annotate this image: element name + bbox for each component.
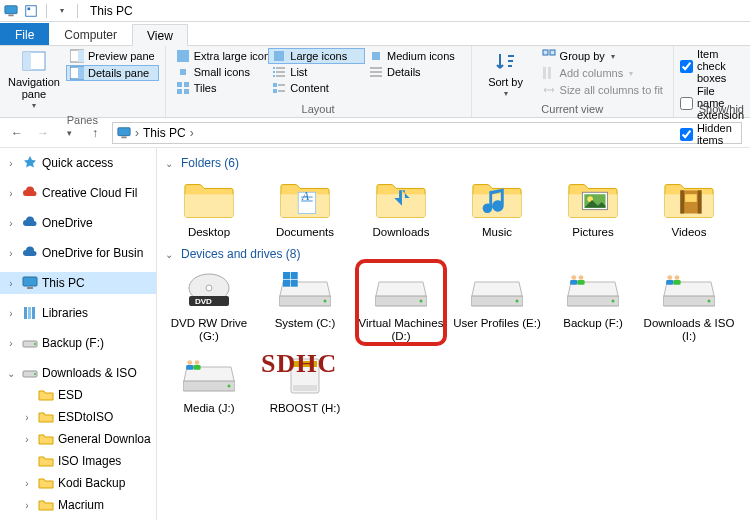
star-icon <box>22 155 38 171</box>
tree-caret[interactable]: › <box>20 434 34 445</box>
tree-item-gendl[interactable]: ›General Downloa <box>0 428 156 450</box>
ribbon: Navigation pane ▾ Preview pane Details p… <box>0 46 750 118</box>
tile-label: Music <box>482 226 512 239</box>
address-bar[interactable]: › This PC › <box>112 122 742 144</box>
svg-point-57 <box>206 285 212 291</box>
layout-details[interactable]: Details <box>365 64 462 80</box>
tree-caret[interactable]: › <box>20 412 34 423</box>
svg-rect-77 <box>293 361 317 367</box>
tree-item-esd[interactable]: ESD <box>0 384 156 406</box>
drive-tile-dli[interactable]: Downloads & ISO (I:) <box>641 263 737 347</box>
tree-caret[interactable]: › <box>4 158 18 169</box>
tab-view[interactable]: View <box>132 24 188 46</box>
navigation-pane-button[interactable]: Navigation pane ▾ <box>6 48 62 113</box>
svg-rect-54 <box>685 194 697 202</box>
drive-tile-bkf[interactable]: Backup (F:) <box>545 263 641 347</box>
folder-tile-pictures[interactable]: Pictures <box>545 172 641 243</box>
layout-extra-large-icons[interactable]: Extra large icons <box>172 48 269 64</box>
ribbon-group-label: Panes <box>6 113 159 128</box>
tree-item-kodibk[interactable]: ›Kodi Backup <box>0 472 156 494</box>
tree-item-odb[interactable]: ›OneDrive for Busin <box>0 242 156 264</box>
folder-icon <box>38 497 54 513</box>
drive-tile-rbh[interactable]: RBOOST (H:) <box>257 348 353 419</box>
tree-caret[interactable]: › <box>4 278 18 289</box>
svg-point-72 <box>187 360 192 365</box>
forward-button[interactable]: → <box>34 124 52 142</box>
chevron-down-icon[interactable]: ⌄ <box>163 249 175 260</box>
qat-properties-icon[interactable] <box>24 4 38 18</box>
tab-computer[interactable]: Computer <box>49 23 132 45</box>
tree-item-ccf[interactable]: ›Creative Cloud Fil <box>0 182 156 204</box>
tree-caret[interactable]: › <box>20 500 34 511</box>
layout-content[interactable]: Content <box>268 80 365 96</box>
chevron-down-icon[interactable]: ⌄ <box>163 158 175 169</box>
tree-caret[interactable]: › <box>4 338 18 349</box>
svg-rect-4 <box>26 5 37 16</box>
libs-icon <box>22 305 38 321</box>
svg-rect-22 <box>370 67 382 69</box>
tree-caret[interactable]: ⌄ <box>4 368 18 379</box>
layout-medium-icons[interactable]: Medium icons <box>365 48 462 64</box>
checkbox[interactable] <box>680 128 693 141</box>
tree-caret[interactable]: › <box>4 218 18 229</box>
svg-rect-11 <box>78 67 84 79</box>
layout-small-icons[interactable]: Small icons <box>172 64 269 80</box>
drive-tile-sysc[interactable]: System (C:) <box>257 263 353 347</box>
drive-tile-dvd[interactable]: DVDDVD RW Drive (G:) <box>161 263 257 347</box>
folder-vid-icon <box>659 176 719 224</box>
svg-point-70 <box>675 275 680 280</box>
tree-item-od[interactable]: ›OneDrive <box>0 212 156 234</box>
tree-caret[interactable]: › <box>4 188 18 199</box>
qat-dropdown-icon[interactable]: ▾ <box>55 4 69 18</box>
tree-item-bkf[interactable]: ›Backup (F:) <box>0 332 156 354</box>
sort-by-button[interactable]: Sort by ▾ <box>478 48 534 101</box>
group-by-button[interactable]: Group by▾ <box>538 48 667 64</box>
tree-item-mediadl[interactable]: ›Media Downloa <box>0 516 156 520</box>
content-pane[interactable]: ⌄ Folders (6) DesktopADocumentsDownloads… <box>157 148 750 520</box>
svg-rect-35 <box>543 67 546 79</box>
ribbon-group-panes: Navigation pane ▾ Preview pane Details p… <box>0 46 166 117</box>
tree-item-quick[interactable]: ›Quick access <box>0 152 156 174</box>
checkbox[interactable] <box>680 60 693 73</box>
tree-item-macrium[interactable]: ›Macrium <box>0 494 156 516</box>
folder-tile-documents[interactable]: ADocuments <box>257 172 353 243</box>
folder-tile-videos[interactable]: Videos <box>641 172 737 243</box>
hidden-items-toggle[interactable]: Hidden items <box>680 122 744 146</box>
svg-point-43 <box>34 373 36 375</box>
checkbox[interactable] <box>680 97 693 110</box>
tree-caret[interactable]: › <box>4 248 18 259</box>
section-header-devices[interactable]: ⌄ Devices and drives (8) <box>161 243 742 263</box>
layout-large-icons[interactable]: Large icons <box>268 48 365 64</box>
folder-tile-desktop[interactable]: Desktop <box>161 172 257 243</box>
drive-tile-medj[interactable]: Media (J:) <box>161 348 257 419</box>
drive-tile-upe[interactable]: User Profiles (E:) <box>449 263 545 347</box>
tree-item-esdtoiso[interactable]: ›ESDtoISO <box>0 406 156 428</box>
tree-item-dliso[interactable]: ⌄Downloads & ISO <box>0 362 156 384</box>
tab-file[interactable]: File <box>0 23 49 45</box>
svg-rect-53 <box>698 190 702 213</box>
tree-item-isoimg[interactable]: ISO Images <box>0 450 156 472</box>
tree-item-label: Downloads & ISO <box>42 366 137 380</box>
tree-item-libs[interactable]: ›Libraries <box>0 302 156 324</box>
folder-tile-music[interactable]: Music <box>449 172 545 243</box>
tile-label: DVD RW Drive (G:) <box>163 317 255 343</box>
svg-rect-69 <box>666 280 673 285</box>
section-header-folders[interactable]: ⌄ Folders (6) <box>161 152 742 172</box>
layout-tiles[interactable]: Tiles <box>172 80 269 96</box>
preview-pane-button[interactable]: Preview pane <box>66 48 159 64</box>
layout-list[interactable]: List <box>268 64 365 80</box>
ribbon-group-layout: Extra large icons Large icons Medium ico… <box>166 46 472 117</box>
chevron-right-icon[interactable]: › <box>190 126 194 140</box>
svg-point-41 <box>34 343 36 345</box>
svg-rect-32 <box>278 90 285 92</box>
navigation-pane[interactable]: ›Quick access›Creative Cloud Fil›OneDriv… <box>0 148 157 520</box>
tree-caret[interactable]: › <box>4 308 18 319</box>
svg-rect-71 <box>673 280 680 285</box>
details-pane-button[interactable]: Details pane <box>66 65 159 81</box>
tree-caret[interactable]: › <box>20 478 34 489</box>
tree-item-thispc[interactable]: ›This PC <box>0 272 156 294</box>
add-columns-button: Add columns▾ <box>538 65 667 81</box>
folder-tile-downloads[interactable]: Downloads <box>353 172 449 243</box>
drive-tile-vmd[interactable]: Virtual Machines (D:) <box>353 263 449 347</box>
item-check-boxes-toggle[interactable]: Item check boxes <box>680 48 744 84</box>
